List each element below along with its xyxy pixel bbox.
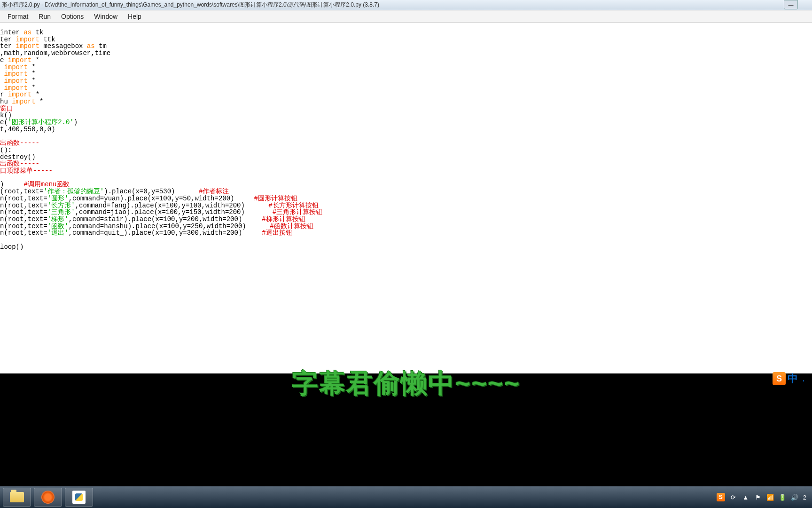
idle-window: 形小程序2.0.py - D:\vd\the_information_of_fu… xyxy=(0,0,812,373)
window-title: 形小程序2.0.py - D:\vd\the_information_of_fu… xyxy=(2,1,810,9)
tray-battery-icon[interactable]: 🔋 xyxy=(779,493,786,501)
system-tray: S ⟳ ▲ ⚑ 📶 🔋 🔊 2 xyxy=(717,493,809,501)
tray-sogou-icon[interactable]: S xyxy=(717,493,725,501)
folder-icon xyxy=(10,492,24,502)
menu-run[interactable]: Run xyxy=(34,11,55,22)
tray-sync-icon[interactable]: ⟳ xyxy=(730,493,737,501)
tray-volume-icon[interactable]: 🔊 xyxy=(791,493,798,501)
sogou-icon: S xyxy=(773,372,786,385)
record-icon xyxy=(41,491,55,504)
ime-indicator[interactable]: S 中 ， xyxy=(773,372,807,386)
video-subtitle: 字幕君偷懒中~~~~ xyxy=(0,366,812,402)
menu-options[interactable]: Options xyxy=(56,11,88,22)
titlebar[interactable]: 形小程序2.0.py - D:\vd\the_information_of_fu… xyxy=(0,0,812,10)
menu-format[interactable]: Format xyxy=(3,11,33,22)
menu-window[interactable]: Window xyxy=(89,11,122,22)
tray-chevron-icon[interactable]: ▲ xyxy=(742,493,750,501)
ime-lang: 中 xyxy=(788,372,798,386)
menu-help[interactable]: Help xyxy=(123,11,146,22)
tray-clock[interactable]: 2 xyxy=(803,494,806,501)
tray-signal-icon[interactable]: 📶 xyxy=(766,493,774,501)
menubar: Format Run Options Window Help xyxy=(0,10,812,23)
taskbar: S ⟳ ▲ ⚑ 📶 🔋 🔊 2 xyxy=(0,486,812,508)
ime-punct: ， xyxy=(800,374,807,384)
window-buttons: — xyxy=(784,0,812,9)
tray-flag-icon[interactable]: ⚑ xyxy=(754,493,762,501)
minimize-button[interactable]: — xyxy=(784,0,798,9)
code-editor[interactable]: inter as tk ter import ttk ter import me… xyxy=(0,23,812,373)
taskbar-recorder[interactable] xyxy=(34,488,62,507)
taskbar-explorer[interactable] xyxy=(3,488,31,507)
taskbar-idle[interactable] xyxy=(65,488,93,507)
python-icon xyxy=(72,491,86,504)
